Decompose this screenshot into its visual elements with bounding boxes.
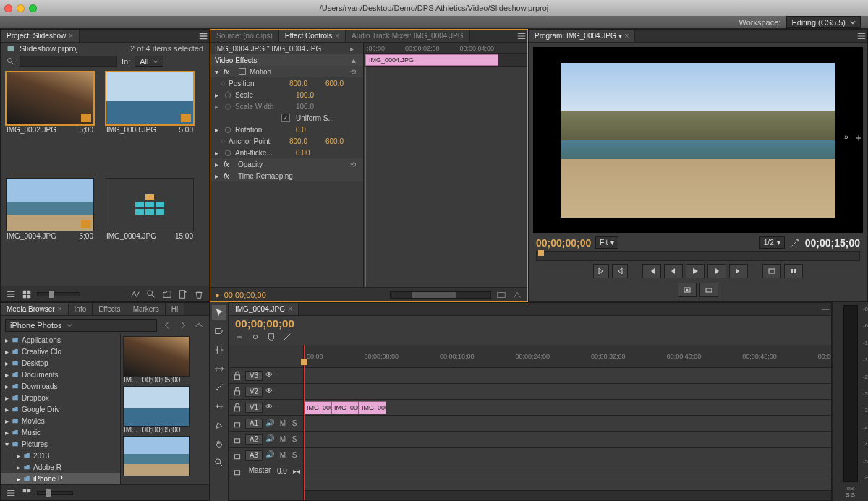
tree-item[interactable]: ▸Adobe R (1, 461, 120, 473)
track-v1[interactable]: IMG_000 IMG_000 IMG_000 (304, 400, 832, 416)
step-forward-button[interactable] (707, 264, 726, 278)
mb-item[interactable]: IM...00;00;05;00 (124, 387, 206, 434)
minimize-icon[interactable] (17, 4, 25, 12)
ec-motion[interactable]: ▾fx Motion ⟲ (210, 66, 363, 77)
tree-item[interactable]: ▸Documents (1, 369, 120, 380)
comparison-view-button[interactable] (699, 283, 718, 297)
ec-zoom-scrollbar[interactable] (390, 291, 491, 299)
ec-time-ruler[interactable]: :00;00 00;00;02;00 00;00;04;00 (364, 43, 527, 54)
anchor-y[interactable]: 600.0 (326, 137, 359, 145)
eye-icon[interactable]: 👁 (265, 387, 276, 397)
lock-icon[interactable] (232, 434, 242, 445)
mute-button[interactable]: M (278, 451, 287, 459)
track-v3[interactable] (304, 368, 832, 384)
ec-timecode[interactable]: 00;00;00;00 (224, 291, 266, 299)
project-tab[interactable]: Project: Slideshow× (1, 29, 80, 42)
track-header-v2[interactable]: V2👁 (229, 384, 303, 400)
bin-thumbnail[interactable] (7, 72, 93, 124)
tree-item[interactable]: ▸Google Driv (1, 403, 120, 415)
timeline-zoom-bar[interactable] (304, 490, 832, 500)
track-header-a2[interactable]: A2🔊MS (229, 432, 303, 448)
history-tab[interactable]: Hi (166, 302, 184, 315)
tree-item[interactable]: ▸iPhone P (1, 473, 120, 484)
tree-item[interactable]: ▸Creative Clo (1, 346, 120, 357)
panel-menu-icon[interactable] (197, 30, 209, 42)
stopwatch-icon[interactable] (224, 125, 232, 134)
playhead-icon[interactable] (538, 250, 544, 256)
snap-icon[interactable] (234, 331, 245, 343)
eye-icon[interactable]: 👁 (265, 403, 276, 413)
scale-value[interactable]: 100.0 (296, 91, 329, 99)
close-tab-icon[interactable]: × (288, 305, 292, 313)
reset-icon[interactable]: ⟲ (350, 160, 359, 168)
close-tab-icon[interactable]: × (58, 305, 62, 313)
sequence-tab[interactable]: IMG_0004.JPG× (229, 302, 299, 315)
export-frame-button[interactable] (678, 283, 697, 297)
close-tab-icon[interactable]: × (625, 32, 629, 40)
track-a3[interactable] (304, 448, 832, 463)
effect-controls-tab[interactable]: Effect Controls× (279, 29, 346, 42)
zoom-icon[interactable] (29, 4, 37, 12)
hand-tool[interactable] (212, 437, 226, 451)
mb-back-icon[interactable] (161, 320, 173, 331)
bin-thumbnail[interactable] (106, 72, 193, 124)
add-icon[interactable]: ＋ (853, 132, 864, 144)
ec-toggle2-icon[interactable] (511, 289, 523, 301)
panel-menu-icon[interactable] (516, 30, 527, 42)
panel-menu-icon[interactable] (856, 30, 867, 42)
ec-toggle-icon[interactable] (495, 289, 507, 301)
track-select-tool[interactable] (212, 324, 226, 338)
mb-thumbnail[interactable] (124, 337, 189, 376)
mb-thumbnail[interactable] (124, 437, 189, 476)
program-tab[interactable]: Program: IMG_0004.JPG ▾× (529, 29, 635, 42)
rate-stretch-tool[interactable] (212, 361, 226, 376)
mb-item[interactable]: IM...00;00;05;00 (124, 337, 206, 384)
pen-tool[interactable] (212, 418, 226, 432)
program-timecode[interactable]: 00;00;00;00 (536, 237, 591, 249)
mb-folder-tree[interactable]: ▸Applications ▸Creative Clo ▸Desktop ▸Do… (1, 334, 121, 484)
anchor-x[interactable]: 800.0 (289, 137, 323, 145)
mark-in-button[interactable] (593, 264, 609, 278)
list-view-icon[interactable] (5, 487, 17, 499)
go-to-in-button[interactable] (642, 264, 661, 278)
ec-clip[interactable]: IMG_0004.JPG (365, 54, 498, 66)
mb-up-icon[interactable] (193, 320, 205, 331)
timeline-ruler[interactable]: 00;00 00;00;08;00 00;00;16;00 00;00;24;0… (304, 345, 832, 368)
eye-icon[interactable]: 👁 (265, 371, 276, 381)
in-filter-dropdown[interactable]: All (135, 56, 163, 67)
playhead-icon[interactable] (301, 359, 307, 365)
mute-button[interactable]: M (278, 435, 287, 443)
track-a2[interactable] (304, 432, 832, 448)
solo-left[interactable]: S (846, 492, 849, 498)
play-button[interactable] (686, 264, 705, 278)
bin-item[interactable]: IMG_0004.JPG15;00 (106, 179, 203, 282)
ripple-edit-tool[interactable] (212, 343, 226, 357)
position-y[interactable]: 600.0 (326, 80, 359, 87)
track-v2[interactable] (304, 384, 832, 400)
ec-opacity[interactable]: ▸fx Opacity ⟲ (210, 158, 363, 170)
timeline-clip[interactable]: IMG_000 (331, 401, 359, 414)
audio-mixer-tab[interactable]: Audio Track Mixer: IMG_0004.JPG (346, 29, 470, 42)
solo-button[interactable]: S (290, 435, 299, 443)
mb-thumbnail[interactable] (124, 387, 189, 426)
razor-tool[interactable] (212, 380, 226, 395)
solo-right[interactable]: S (851, 492, 855, 498)
stopwatch-icon[interactable] (221, 137, 226, 145)
media-browser-tab[interactable]: Media Browser× (1, 302, 69, 315)
close-tab-icon[interactable]: × (69, 32, 73, 40)
fit-dropdown[interactable]: Fit▾ (595, 236, 618, 249)
markers-tab[interactable]: Markers (127, 302, 166, 315)
linked-selection-icon[interactable] (250, 331, 261, 343)
track-header-a1[interactable]: A1🔊MS (229, 416, 303, 432)
go-to-out-button[interactable] (729, 264, 748, 278)
tree-item[interactable]: ▾Pictures (1, 438, 120, 450)
tree-item[interactable]: ▸Movies (1, 415, 120, 427)
lock-icon[interactable] (232, 387, 242, 397)
ec-keyframe-area[interactable] (364, 66, 527, 287)
program-monitor-view[interactable] (533, 47, 863, 233)
track-header-master[interactable]: Master0.0▸◂ (229, 463, 303, 479)
resolution-dropdown[interactable]: 1/2▾ (760, 236, 785, 249)
bin-item[interactable]: IMG_0003.JPG5;00 (106, 72, 203, 176)
tree-item[interactable]: ▸Music (1, 427, 120, 438)
slip-tool[interactable] (212, 399, 226, 414)
